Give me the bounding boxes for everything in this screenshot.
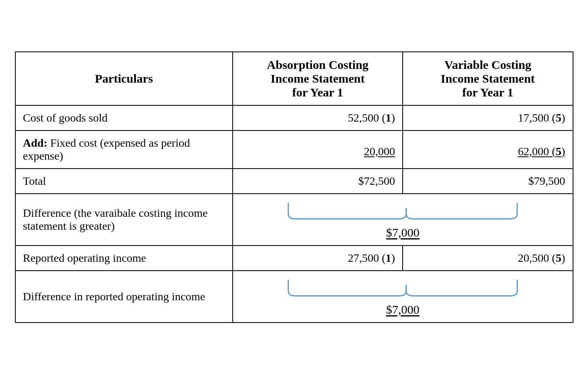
row-difference-cost: Difference (the varaibale costing income… xyxy=(15,194,573,246)
total-absorption-value: $72,500 xyxy=(233,169,403,194)
header-variable: Variable Costing Income Statement for Ye… xyxy=(403,52,573,105)
brace-container-income: $7,000 xyxy=(240,277,565,316)
income-comparison-table: Particulars Absorption Costing Income St… xyxy=(15,51,573,323)
operating-income-variable-value: 20,500 (5) xyxy=(403,246,573,271)
fixed-cost-absorption-value: 20,000 xyxy=(233,130,403,169)
cogs-label: Cost of goods sold xyxy=(15,105,233,130)
row-fixed-cost: Add: Fixed cost (expensed as period expe… xyxy=(15,130,573,169)
difference-income-value-cell: $7,000 xyxy=(233,271,573,323)
difference-cost-label: Difference (the varaibale costing income… xyxy=(15,194,233,246)
cogs-absorption-value: 52,500 (1) xyxy=(233,105,403,130)
operating-income-label: Reported operating income xyxy=(15,246,233,271)
brace-svg-income xyxy=(257,277,549,301)
difference-income-value: $7,000 xyxy=(386,303,420,316)
brace-container-cost: $7,000 xyxy=(240,200,565,239)
total-variable-value: $79,500 xyxy=(403,169,573,194)
row-difference-income: Difference in reported operating income … xyxy=(15,271,573,323)
row-operating-income: Reported operating income 27,500 (1) 20,… xyxy=(15,246,573,271)
row-cogs: Cost of goods sold 52,500 (1) 17,500 (5) xyxy=(15,105,573,130)
fixed-cost-variable-value: 62,000 (5) xyxy=(403,130,573,169)
operating-income-absorption-value: 27,500 (1) xyxy=(233,246,403,271)
difference-income-label: Difference in reported operating income xyxy=(15,271,233,323)
difference-cost-value: $7,000 xyxy=(386,226,420,239)
row-total: Total $72,500 $79,500 xyxy=(15,169,573,194)
header-absorption: Absorption Costing Income Statement for … xyxy=(233,52,403,105)
cogs-variable-value: 17,500 (5) xyxy=(403,105,573,130)
brace-svg-cost xyxy=(257,200,549,224)
total-label: Total xyxy=(15,169,233,194)
difference-cost-value-cell: $7,000 xyxy=(233,194,573,246)
fixed-cost-label: Add: Fixed cost (expensed as period expe… xyxy=(15,130,233,169)
header-particulars: Particulars xyxy=(15,52,233,105)
main-table-wrapper: Particulars Absorption Costing Income St… xyxy=(15,51,573,323)
